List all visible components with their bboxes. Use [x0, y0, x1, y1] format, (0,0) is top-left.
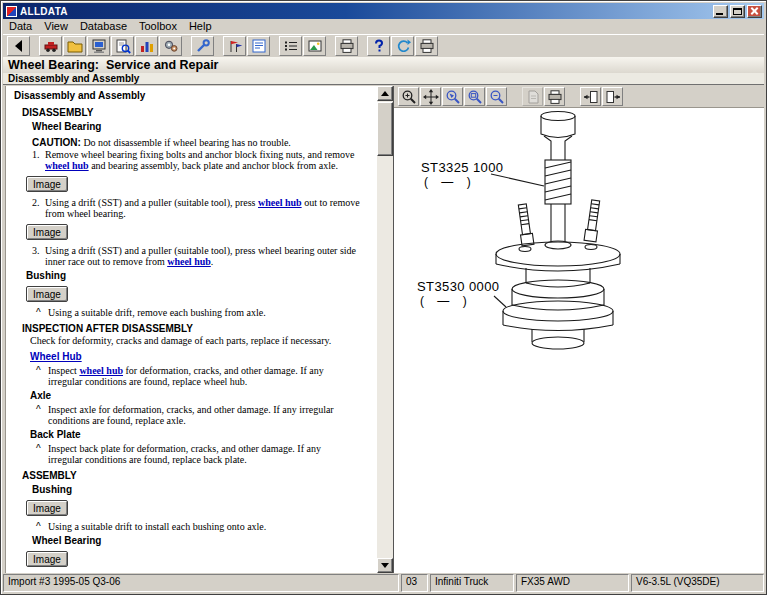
zoom-pointer-button[interactable]	[442, 87, 463, 106]
title-bar[interactable]: ALLDATA	[3, 3, 764, 19]
viewer-toolbar	[394, 86, 764, 108]
text-document-icon	[251, 38, 267, 54]
wheel-hub-link[interactable]: wheel hub	[79, 365, 123, 376]
zoom-out-icon	[489, 89, 505, 105]
subsection-assembly-bushing: Bushing	[32, 484, 377, 495]
scroll-down-button[interactable]	[377, 558, 393, 573]
pan-button[interactable]	[420, 87, 441, 106]
pan-icon	[423, 89, 439, 105]
viewer-print-button[interactable]	[544, 87, 565, 106]
list-button[interactable]	[279, 36, 302, 56]
print-alt-button[interactable]	[415, 36, 438, 56]
flags-button[interactable]	[223, 36, 246, 56]
open-button[interactable]	[63, 36, 86, 56]
arrow-down-icon	[381, 563, 389, 572]
help-button[interactable]	[367, 36, 390, 56]
list-item: ^ Inspect axle for deformation, cracks, …	[36, 404, 377, 426]
image-button-1[interactable]: Image	[26, 176, 68, 192]
previous-image-icon	[583, 89, 599, 105]
picture-icon	[307, 38, 323, 54]
menu-data[interactable]: Data	[3, 20, 38, 33]
wheel-hub-heading-link[interactable]: Wheel Hub	[30, 351, 377, 362]
printer-alt-icon	[419, 38, 435, 54]
part-label-st3530: ST3530 0000	[417, 279, 499, 294]
close-button[interactable]	[747, 5, 762, 18]
zoom-in-button[interactable]	[398, 87, 419, 106]
arrow-up-icon	[381, 87, 389, 96]
bullet-icon: ^	[36, 307, 48, 318]
maximize-button[interactable]	[730, 5, 745, 18]
menu-help[interactable]: Help	[183, 20, 218, 33]
vehicle-data-button[interactable]	[39, 36, 62, 56]
step-text: Using a drift (SST) and a puller (suitab…	[45, 197, 375, 219]
window-controls	[713, 5, 762, 18]
status-make: Infiniti Truck	[430, 574, 514, 592]
alldata-window: ALLDATA Data View Database Toolbox Help	[0, 0, 767, 595]
list-item: ^ Using a suitable drift, remove each bu…	[36, 307, 377, 318]
status-bar: Import #3 1995-05 Q3-06 03 Infiniti Truc…	[3, 574, 764, 592]
image-button-2[interactable]: Image	[26, 224, 68, 240]
image-button-3[interactable]: Image	[26, 286, 68, 302]
main-area: Disassembly and Assembly DISASSEMBLY Whe…	[3, 86, 764, 573]
section-disassembly: DISASSEMBLY	[22, 107, 377, 118]
page-title: Wheel Bearing: Service and Repair	[3, 57, 764, 73]
zoom-out-button[interactable]	[486, 87, 507, 106]
status-import: Import #3 1995-05 Q3-06	[3, 574, 399, 592]
part-sub-st3530: ( — )	[420, 294, 467, 308]
flags-icon	[227, 38, 243, 54]
menu-toolbox[interactable]: Toolbox	[133, 20, 183, 33]
list-item: ^ Inspect back plate for deformation, cr…	[36, 443, 377, 465]
caution-note: CAUTION: Do not disassemble if wheel bea…	[32, 137, 377, 148]
document-search-button[interactable]	[111, 36, 134, 56]
text-document-button[interactable]	[247, 36, 270, 56]
wrench-icon	[195, 38, 211, 54]
bullet-icon: ^	[36, 404, 48, 426]
image-button-5[interactable]: Image	[26, 551, 68, 567]
scroll-up-button[interactable]	[377, 86, 393, 101]
settings-button[interactable]	[159, 36, 182, 56]
gears-icon	[163, 38, 179, 54]
refresh-button[interactable]	[391, 36, 414, 56]
section-assembly: ASSEMBLY	[22, 470, 377, 481]
wheel-hub-link[interactable]: wheel hub	[167, 256, 211, 267]
menu-view[interactable]: View	[38, 20, 74, 33]
page-subtitle: Disassembly and Assembly	[3, 73, 764, 85]
vehicle-monitor-button[interactable]	[87, 36, 110, 56]
step-text: Using a drift (SST) and a puller (suitab…	[45, 245, 375, 267]
back-button[interactable]	[7, 36, 30, 56]
menu-database[interactable]: Database	[74, 20, 133, 33]
list-item: ^ Inspect wheel hub for deformation, cra…	[36, 365, 377, 387]
previous-image-button[interactable]	[580, 87, 601, 106]
main-toolbar	[3, 34, 764, 57]
zoom-window-button[interactable]	[464, 87, 485, 106]
picture-button[interactable]	[303, 36, 326, 56]
subsection-axle: Axle	[30, 390, 377, 401]
print-preview-button	[522, 87, 543, 106]
columns-chart-icon	[139, 38, 155, 54]
part-sub-st3325: ( — )	[424, 175, 471, 189]
print-button[interactable]	[335, 36, 358, 56]
scrollbar-thumb[interactable]	[377, 102, 393, 156]
tools-button[interactable]	[191, 36, 214, 56]
inspection-intro: Check for deformity, cracks and damage o…	[30, 335, 377, 346]
status-year: 03	[401, 574, 428, 592]
part-label-st3325: ST3325 1000	[421, 160, 503, 175]
section-inspection: INSPECTION AFTER DISASSEMBLY	[22, 323, 377, 334]
step-2: 2. Using a drift (SST) and a puller (sui…	[32, 197, 377, 219]
step-number: 2.	[32, 197, 45, 219]
bullet-icon: ^	[36, 521, 48, 532]
next-image-icon	[605, 89, 621, 105]
subsection-assembly-wheel-bearing: Wheel Bearing	[32, 535, 377, 546]
wheel-hub-link[interactable]: wheel hub	[45, 160, 89, 171]
step-1: 1. Remove wheel bearing fixing bolts and…	[32, 149, 377, 171]
subsection-back-plate: Back Plate	[30, 429, 377, 440]
columns-button[interactable]	[135, 36, 158, 56]
next-image-button[interactable]	[602, 87, 623, 106]
doc-scrollbar[interactable]	[377, 86, 393, 573]
back-icon	[11, 38, 27, 54]
image-button-4[interactable]: Image	[26, 500, 68, 516]
minimize-icon	[716, 13, 723, 15]
printer-icon	[339, 38, 355, 54]
wheel-hub-link[interactable]: wheel hub	[258, 197, 302, 208]
minimize-button[interactable]	[713, 5, 728, 18]
